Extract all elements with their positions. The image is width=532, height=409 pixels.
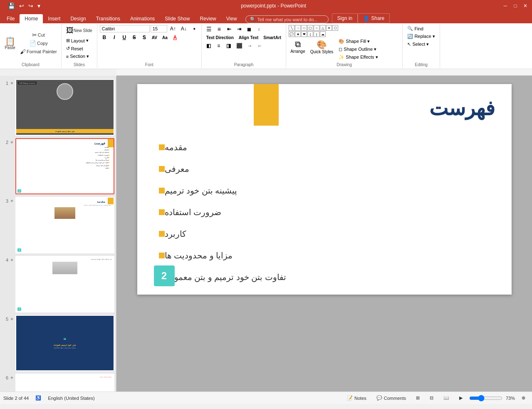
- tab-home[interactable]: Home: [20, 14, 43, 23]
- cloud-shape[interactable]: ☁: [320, 31, 326, 37]
- arrow-shape[interactable]: →: [295, 25, 301, 31]
- bold-button[interactable]: B: [100, 34, 109, 41]
- rtl-button[interactable]: →: [245, 42, 255, 50]
- numbering-button[interactable]: ≡: [215, 25, 224, 33]
- canvas-area[interactable]: فهرست مقدمه معرفی پیشینه بتن خود ترمیم: [116, 76, 532, 392]
- tab-view[interactable]: View: [221, 14, 242, 23]
- bullets-button[interactable]: ☰: [204, 25, 214, 33]
- tab-file[interactable]: File: [2, 14, 20, 23]
- heart-shape[interactable]: ❤: [301, 31, 307, 37]
- slide-thumb-5[interactable]: ❝ بتن خود ترمیم شونده بتن خود ترمیم شوند…: [15, 315, 114, 372]
- center-button[interactable]: ≡: [214, 42, 223, 50]
- ribbon-group-slides: 🖼 New Slide ⊞ Layout ▾ ↺ Reset ≡ Section…: [62, 24, 97, 68]
- rounded-rect-shape[interactable]: ▢: [307, 25, 313, 31]
- section-button[interactable]: ≡ Section ▾: [64, 53, 91, 60]
- columns-button[interactable]: ▦: [245, 26, 254, 32]
- qat-redo-button[interactable]: ↪: [27, 2, 35, 10]
- increase-indent-button[interactable]: ⇥: [235, 25, 244, 33]
- maximize-button[interactable]: □: [512, 2, 519, 9]
- paste-button[interactable]: 📋 Paste: [2, 36, 17, 51]
- star-shape[interactable]: ★: [295, 31, 301, 37]
- convert-smartart-button[interactable]: SmartArt: [261, 35, 283, 41]
- reset-button[interactable]: ↺ Reset: [64, 45, 85, 52]
- align-text-button[interactable]: Align Text: [237, 35, 261, 41]
- slide-thumb-1[interactable]: Self Healing Concrete بتن خود ترمیم شوند…: [15, 79, 114, 136]
- tab-review[interactable]: Review: [195, 14, 221, 23]
- bracket-shape[interactable]: {: [307, 31, 313, 37]
- normal-view-button[interactable]: ⊞: [413, 394, 423, 402]
- minimize-button[interactable]: ─: [502, 2, 509, 9]
- font-size-input[interactable]: [151, 25, 167, 32]
- change-case-button[interactable]: Aa: [160, 35, 170, 41]
- callout-shape[interactable]: 💬: [289, 31, 294, 37]
- more-shapes-button[interactable]: ▾: [326, 25, 332, 31]
- cut-button[interactable]: ✂ Cut: [18, 31, 59, 39]
- find-button[interactable]: 🔍 Find: [405, 25, 425, 32]
- font-color-button[interactable]: A: [171, 34, 180, 41]
- qat-save-button[interactable]: 💾: [7, 2, 16, 10]
- tab-design[interactable]: Design: [65, 14, 91, 23]
- shadow-button[interactable]: S: [140, 34, 149, 41]
- copy-button[interactable]: 📄 Copy: [18, 40, 59, 47]
- underline-button[interactable]: U: [120, 34, 129, 41]
- replace-button[interactable]: 🔄 Replace ▾: [405, 33, 437, 40]
- tab-animations[interactable]: Animations: [125, 14, 160, 23]
- brace-shape[interactable]: }: [314, 31, 319, 37]
- slide-item-6[interactable]: 6 ★ محتوای اسلاید ششم: [2, 374, 114, 392]
- slide-item-3[interactable]: 3 ★ مقدمه متن توضیحی مقدمه در این قسمت ق…: [2, 197, 114, 253]
- ltr-button[interactable]: ←: [255, 42, 265, 50]
- quick-styles-button[interactable]: 🎨 Quick Styles: [309, 38, 335, 56]
- slide-item-4[interactable]: 4 ★ متن محتوای اسلاید چهارم در این قسمت …: [2, 256, 114, 312]
- slide-thumb-4[interactable]: متن محتوای اسلاید چهارم در این قسمت 4: [15, 256, 114, 312]
- character-spacing-button[interactable]: AV: [150, 35, 159, 41]
- rect-shape[interactable]: □: [301, 25, 307, 31]
- reading-view-button[interactable]: 📖: [440, 394, 453, 402]
- zoom-slider[interactable]: [469, 395, 502, 402]
- format-painter-button[interactable]: 🖌 Format Painter: [18, 48, 59, 55]
- slide-thumb-2[interactable]: فهرست ■مقدمه ■معرفی ■پیشینه بتن خود ترمی…: [15, 138, 114, 195]
- share-button[interactable]: 👤 Share: [358, 13, 390, 23]
- pentagon-shape[interactable]: ⬠: [332, 25, 338, 31]
- decrease-font-button[interactable]: A↓: [179, 25, 189, 32]
- shape-effects-button[interactable]: ✨ Shape Effects ▾: [337, 54, 380, 61]
- window-title: powerpoint.pptx - PowerPoint: [45, 3, 502, 9]
- select-button[interactable]: ↖ Select ▾: [405, 41, 431, 48]
- shape-fill-button[interactable]: 🎨 Shape Fill ▾: [337, 38, 380, 45]
- clear-format-button[interactable]: ✦: [190, 26, 199, 32]
- comments-button[interactable]: 💬 Comments: [373, 394, 409, 402]
- tab-insert[interactable]: Insert: [43, 14, 65, 23]
- justify-button[interactable]: ⬛: [234, 42, 245, 50]
- triangle-shape[interactable]: △: [320, 25, 326, 31]
- slide-thumb-6[interactable]: محتوای اسلاید ششم: [15, 374, 114, 392]
- align-left-button[interactable]: ◧: [204, 42, 213, 50]
- slide-sorter-button[interactable]: ⊟: [426, 394, 437, 402]
- slideshow-button[interactable]: ▶: [456, 394, 466, 402]
- tell-me-input[interactable]: 🔍 Tell me what you want to do...: [245, 15, 329, 23]
- font-name-input[interactable]: [100, 25, 150, 32]
- tab-transitions[interactable]: Transitions: [91, 14, 125, 23]
- slide-item-2[interactable]: 2 ★ فهرست ■مقدمه ■معرفی ■پیشینه بتن خود …: [2, 138, 114, 195]
- fit-slide-button[interactable]: ⊕: [518, 394, 529, 402]
- oval-shape[interactable]: ○: [314, 25, 319, 31]
- new-slide-button[interactable]: 🖼 New Slide: [64, 25, 94, 36]
- layout-button[interactable]: ⊞ Layout ▾: [64, 37, 91, 44]
- slide-item-5[interactable]: 5 ★ ❝ بتن خود ترمیم شونده بتن خود ترمیم …: [2, 315, 114, 372]
- decrease-indent-button[interactable]: ⇤: [225, 25, 234, 33]
- notes-button[interactable]: 📝 Notes: [344, 394, 370, 402]
- tab-slideshow[interactable]: Slide Show: [160, 14, 195, 23]
- arrange-button[interactable]: ⧉ Arrange: [289, 38, 307, 55]
- increase-font-button[interactable]: A↑: [168, 25, 178, 32]
- qat-dropdown-button[interactable]: ▾: [36, 2, 42, 10]
- close-button[interactable]: ✕: [522, 2, 529, 9]
- italic-button[interactable]: I: [110, 34, 119, 41]
- line-spacing-button[interactable]: ↕: [255, 26, 264, 32]
- align-right-button[interactable]: ◨: [224, 42, 233, 50]
- text-direction-button[interactable]: Text Direction: [204, 35, 236, 41]
- signin-button[interactable]: Sign in: [332, 13, 358, 23]
- slide-thumb-3[interactable]: مقدمه متن توضیحی مقدمه در این قسمت قرار …: [15, 197, 114, 253]
- qat-undo-button[interactable]: ↩: [18, 2, 25, 10]
- strikethrough-button[interactable]: S: [130, 34, 139, 41]
- line-shape[interactable]: ╲: [289, 25, 294, 31]
- slide-item-1[interactable]: 1 ★ Self Healing Concrete بتن خود ترمیم …: [2, 79, 114, 136]
- shape-outline-button[interactable]: ◻ Shape Outline ▾: [337, 46, 380, 53]
